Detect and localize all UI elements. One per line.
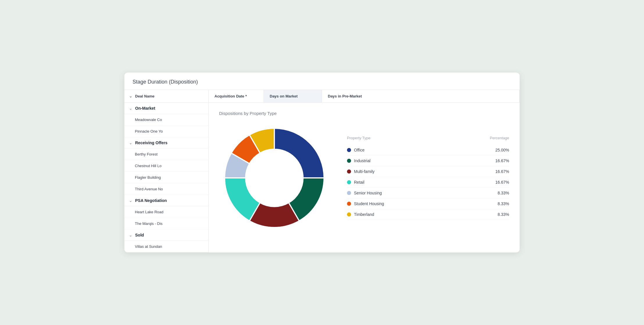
legend-dot (347, 212, 351, 216)
legend-pct-header: Percentage (490, 136, 509, 140)
legend-left: Timberland (347, 212, 374, 217)
group-row-receiving-offers[interactable]: ⌄ Receiving Offers (124, 137, 208, 149)
deal-item[interactable]: Pinnacle One Yo (124, 126, 208, 137)
deal-item[interactable]: Third Avenue No (124, 183, 208, 195)
deal-item[interactable]: Meadowvale Co (124, 114, 208, 126)
deal-item[interactable]: Heart Lake Road (124, 206, 208, 218)
legend-pct: 8.33% (498, 191, 509, 195)
legend-pct: 16.67% (495, 158, 509, 163)
deal-name: The Marqis - Dis (135, 221, 162, 226)
deal-item[interactable]: Chestnut Hill Lo (124, 160, 208, 172)
chart-area: Property Type Percentage Office 25.00% I… (219, 123, 509, 233)
group-row-on-market[interactable]: ⌄ On-Market (124, 103, 208, 114)
main-card: Stage Duration (Disposition) ⌄ Deal Name… (124, 73, 520, 252)
donut-chart (219, 123, 330, 233)
legend-item: Student Housing 8.33% (347, 198, 509, 209)
legend-item: Timberland 8.33% (347, 209, 509, 220)
col-days-premarket-header: Days in Pre-Market (322, 90, 520, 102)
legend-item: Senior Housing 8.33% (347, 188, 509, 198)
legend-name: Student Housing (354, 201, 384, 206)
deal-name: Villas at Sundan (135, 244, 162, 249)
legend-left: Multi-family (347, 169, 375, 174)
deal-item[interactable]: Flagler Building (124, 172, 208, 183)
deal-name: Pinnacle One Yo (135, 129, 163, 133)
left-panel: ⌄ On-MarketMeadowvale CoPinnacle One Yo⌄… (124, 103, 209, 252)
legend-dot (347, 191, 351, 195)
group-label: Receiving Offers (135, 140, 167, 145)
legend-dot (347, 169, 351, 174)
deal-name: Heart Lake Road (135, 210, 163, 214)
legend-header: Property Type Percentage (347, 136, 509, 142)
legend-left: Student Housing (347, 201, 384, 206)
deal-item[interactable]: Villas at Sundan (124, 241, 208, 252)
legend-dot (347, 180, 351, 184)
group-toggle-icon[interactable]: ⌄ (129, 141, 132, 145)
donut-svg (219, 123, 330, 233)
card-header: Stage Duration (Disposition) (124, 73, 520, 90)
legend-dot (347, 159, 351, 163)
legend-pct: 8.33% (498, 201, 509, 206)
legend-item: Multi-family 16.67% (347, 166, 509, 177)
chart-title: Dispositions by Property Type (219, 111, 509, 116)
legend-dot (347, 202, 351, 206)
legend-left: Retail (347, 180, 364, 185)
col-toggle-icon[interactable]: ⌄ (129, 94, 132, 98)
legend-name: Timberland (354, 212, 374, 217)
legend-name: Industrial (354, 158, 371, 163)
legend-name: Office (354, 148, 364, 152)
legend-left: Office (347, 148, 364, 152)
deal-name: Third Avenue No (135, 187, 163, 191)
legend-pct: 16.67% (495, 180, 509, 185)
content-area: ⌄ On-MarketMeadowvale CoPinnacle One Yo⌄… (124, 103, 520, 252)
legend-left: Senior Housing (347, 191, 382, 195)
card-title: Stage Duration (Disposition) (133, 79, 198, 85)
group-row-sold[interactable]: ⌄ Sold (124, 230, 208, 241)
legend-name: Multi-family (354, 169, 375, 174)
legend-item: Retail 16.67% (347, 177, 509, 188)
group-label: PSA Negotiation (135, 198, 167, 203)
deal-name: Meadowvale Co (135, 118, 162, 122)
deal-name: Berthy Forest (135, 152, 158, 156)
chart-legend: Property Type Percentage Office 25.00% I… (347, 136, 509, 220)
legend-pct: 16.67% (495, 169, 509, 174)
donut-center (247, 150, 302, 205)
legend-rows: Office 25.00% Industrial 16.67% Multi-fa… (347, 145, 509, 220)
group-toggle-icon[interactable]: ⌄ (129, 106, 132, 111)
table-header-row: ⌄ Deal Name Acquisition Date * Days on M… (124, 90, 520, 103)
deal-item[interactable]: The Marqis - Dis (124, 218, 208, 230)
deal-name: Chestnut Hill Lo (135, 164, 162, 168)
legend-item: Industrial 16.67% (347, 156, 509, 166)
deal-item[interactable]: Berthy Forest (124, 149, 208, 160)
col-acquisition-header: Acquisition Date * (209, 90, 264, 102)
group-toggle-icon[interactable]: ⌄ (129, 198, 132, 203)
col-deal-name-header: ⌄ Deal Name (124, 90, 209, 102)
right-panel: Dispositions by Property Type Property T… (209, 103, 520, 252)
group-toggle-icon[interactable]: ⌄ (129, 233, 132, 237)
legend-type-header: Property Type (347, 136, 371, 140)
legend-item: Office 25.00% (347, 145, 509, 156)
group-label: Sold (135, 233, 144, 237)
col-days-market-header: Days on Market (264, 90, 322, 102)
deal-name: Flagler Building (135, 175, 161, 180)
legend-left: Industrial (347, 158, 371, 163)
legend-name: Retail (354, 180, 364, 185)
group-row-psa-negotiation[interactable]: ⌄ PSA Negotiation (124, 195, 208, 206)
legend-pct: 8.33% (498, 212, 509, 217)
legend-name: Senior Housing (354, 191, 382, 195)
group-label: On-Market (135, 106, 155, 111)
legend-pct: 25.00% (495, 148, 509, 152)
legend-dot (347, 148, 351, 152)
